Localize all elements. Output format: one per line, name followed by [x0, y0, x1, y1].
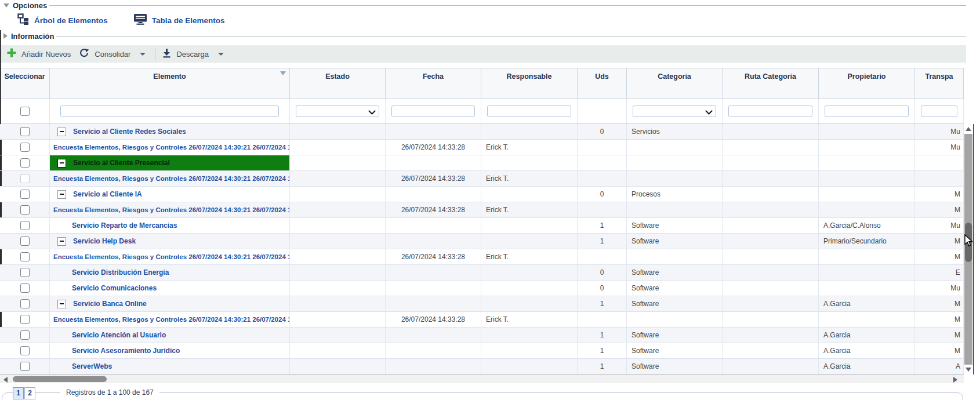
- consolidate-button[interactable]: Consolidar: [79, 48, 146, 60]
- estado-cell: [290, 343, 386, 358]
- panel-left-edge: [0, 30, 1, 124]
- fecha-cell: [386, 359, 481, 374]
- fecha-cell: [386, 281, 481, 296]
- row-checkbox[interactable]: [20, 315, 30, 324]
- element-cell: Servicio Comunicaciones: [50, 281, 290, 296]
- column-header-categor-a[interactable]: Categoría: [627, 68, 723, 99]
- survey-link[interactable]: Encuesta Elementos, Riesgos y Controles …: [53, 144, 290, 151]
- arbol-de-elementos-link[interactable]: Árbol de Elementos: [17, 13, 108, 28]
- scroll-up-arrow[interactable]: [964, 124, 972, 134]
- column-header-label: Transpa: [925, 72, 953, 81]
- row-checkbox[interactable]: [20, 268, 30, 277]
- element-link[interactable]: Servicio Comunicaciones: [72, 284, 157, 292]
- add-new-button[interactable]: Añadir Nuevos: [7, 48, 71, 60]
- row-checkbox[interactable]: [20, 158, 30, 168]
- collapse-node-icon[interactable]: [57, 128, 66, 136]
- row-checkbox[interactable]: [20, 283, 30, 293]
- filter-cell-7: [723, 99, 819, 123]
- categoria-cell: [627, 202, 723, 217]
- column-header-propietario[interactable]: Propietario: [819, 68, 915, 99]
- column-header-seleccionar[interactable]: Seleccionar: [0, 68, 50, 99]
- filter-input-elemento[interactable]: [60, 106, 279, 117]
- row-checkbox[interactable]: [20, 174, 30, 183]
- page-button-1[interactable]: 1: [13, 387, 24, 399]
- row-checkbox[interactable]: [20, 346, 30, 355]
- row-checkbox[interactable]: [20, 143, 30, 152]
- element-link[interactable]: Servicio Atención al Usuario: [72, 331, 166, 339]
- filter-select-estado[interactable]: [296, 106, 379, 117]
- column-header-fecha[interactable]: Fecha: [386, 68, 481, 99]
- filter-select-categor-a[interactable]: [633, 106, 716, 117]
- row-checkbox[interactable]: [20, 330, 30, 340]
- element-cell: ServerWebs: [50, 359, 290, 374]
- row-checkbox[interactable]: [20, 127, 30, 136]
- transparencia-cell: M: [915, 343, 964, 358]
- uds-cell: 1: [578, 328, 627, 343]
- element-link[interactable]: Servicio al Cliente IA: [73, 190, 142, 198]
- estado-cell: [290, 328, 386, 343]
- column-header-transpa[interactable]: Transpa: [915, 68, 964, 99]
- collapse-node-icon[interactable]: [57, 300, 66, 308]
- tabla-de-elementos-link[interactable]: Tabla de Elementos: [133, 13, 225, 28]
- row-select-cell: [0, 328, 50, 343]
- element-link[interactable]: Servicio al Cliente Redes Sociales: [73, 128, 186, 136]
- column-header-responsable[interactable]: Responsable: [481, 68, 578, 99]
- horizontal-scrollbar[interactable]: [0, 374, 964, 383]
- element-link[interactable]: Servicio Banca Online: [73, 300, 147, 308]
- collapse-node-icon[interactable]: [57, 159, 66, 168]
- ruta-categoria-cell: [723, 124, 819, 139]
- element-link[interactable]: ServerWebs: [72, 362, 112, 370]
- scroll-left-arrow[interactable]: [3, 377, 8, 383]
- element-cell: Servicio Distribución Energía: [50, 265, 290, 280]
- scroll-right-arrow[interactable]: [953, 377, 957, 383]
- row-checkbox[interactable]: [20, 362, 30, 371]
- column-header-elemento[interactable]: Elemento: [50, 68, 290, 99]
- survey-link[interactable]: Encuesta Elementos, Riesgos y Controles …: [53, 206, 290, 213]
- filter-input-ruta-categoria[interactable]: [728, 106, 812, 117]
- download-button[interactable]: Descarga: [162, 48, 224, 60]
- column-header-uds[interactable]: Uds: [578, 68, 627, 99]
- filter-input-fecha[interactable]: [391, 106, 475, 117]
- row-checkbox[interactable]: [20, 221, 30, 230]
- ruta-categoria-cell: [723, 265, 819, 280]
- responsable-cell: [481, 234, 578, 249]
- propietario-cell: A.Garcia: [819, 359, 915, 374]
- row-checkbox[interactable]: [20, 205, 30, 214]
- table-row: Servicio Banca Online1SoftwareA.GarciaM: [0, 296, 964, 312]
- row-checkbox[interactable]: [20, 237, 30, 246]
- element-link[interactable]: Servicio Help Desk: [73, 237, 136, 245]
- table-toolbar: Añadir Nuevos Consolidar Descarga: [0, 45, 966, 63]
- element-link[interactable]: Servicio Distribución Energía: [72, 268, 169, 277]
- element-cell: Encuesta Elementos, Riesgos y Controles …: [50, 140, 290, 155]
- opciones-section-header[interactable]: Opciones: [3, 1, 966, 10]
- categoria-cell: Software: [627, 234, 723, 249]
- page-button-2[interactable]: 2: [24, 387, 35, 399]
- row-checkbox[interactable]: [20, 190, 30, 199]
- estado-cell: [290, 234, 386, 249]
- filter-input-responsable[interactable]: [487, 106, 571, 117]
- sort-filter-icon[interactable]: [280, 71, 286, 75]
- select-all-checkbox[interactable]: [20, 107, 30, 116]
- chevron-down-icon[interactable]: [218, 53, 224, 56]
- filter-input-propietario[interactable]: [825, 106, 909, 117]
- informacion-section-header[interactable]: Información: [3, 31, 966, 41]
- column-header-ruta-categoria[interactable]: Ruta Categoria: [723, 68, 819, 99]
- chevron-down-icon[interactable]: [140, 53, 146, 56]
- scroll-down-arrow[interactable]: [964, 365, 972, 374]
- element-link[interactable]: Servicio Reparto de Mercancias: [72, 221, 177, 230]
- responsable-cell: [481, 187, 578, 202]
- horizontal-scrollbar-thumb[interactable]: [13, 376, 107, 382]
- filter-input-transpa[interactable]: [921, 106, 957, 117]
- row-select-cell: [0, 265, 50, 280]
- survey-link[interactable]: Encuesta Elementos, Riesgos y Controles …: [53, 175, 290, 182]
- collapse-node-icon[interactable]: [57, 190, 66, 199]
- column-header-label: Fecha: [423, 72, 444, 81]
- column-header-estado[interactable]: Estado: [290, 68, 386, 99]
- survey-link[interactable]: Encuesta Elementos, Riesgos y Controles …: [53, 316, 290, 323]
- element-link[interactable]: Servicio al Cliente Presencial: [73, 159, 170, 167]
- element-link[interactable]: Servicio Asesoramiento Jurídico: [72, 347, 180, 355]
- collapse-node-icon[interactable]: [57, 237, 66, 246]
- survey-link[interactable]: Encuesta Elementos, Riesgos y Controles …: [53, 253, 290, 260]
- row-checkbox[interactable]: [20, 299, 30, 308]
- row-checkbox[interactable]: [20, 252, 30, 261]
